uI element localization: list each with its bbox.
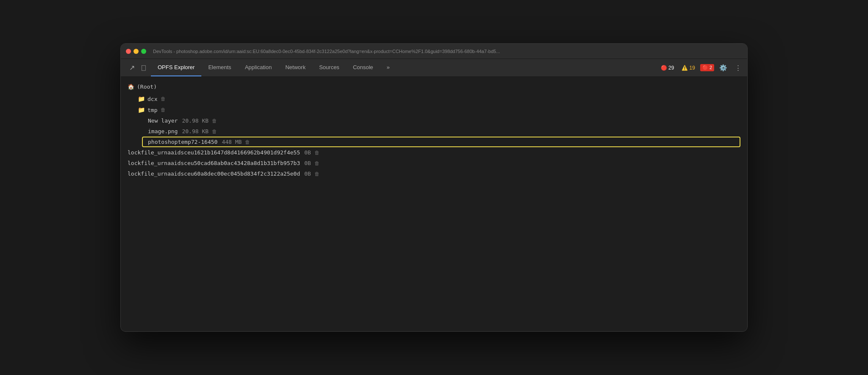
main-content: 🏠 (Root) 📁 dcx 🗑 📁 tmp 🗑 New layer 20.98… (121, 77, 747, 331)
traffic-lights (126, 49, 146, 54)
root-item[interactable]: 🏠 (Root) (121, 80, 747, 93)
folder-dcx[interactable]: 📁 dcx 🗑 (121, 93, 747, 104)
minimize-button[interactable] (134, 49, 139, 54)
trash-icon[interactable]: 🗑 (161, 96, 166, 102)
devtools-window: DevTools - photoshop.adobe.com/id/urn:aa… (120, 43, 748, 332)
error-badge[interactable]: 🔴 29 (658, 64, 676, 72)
tab-console[interactable]: Console (346, 59, 380, 76)
trash-icon[interactable]: 🗑 (245, 139, 250, 145)
red-sq-badge[interactable]: 🔴 2 (700, 64, 714, 71)
trash-icon[interactable]: 🗑 (314, 171, 320, 177)
folder-icon: 📁 (138, 106, 145, 113)
file-lockfile-1[interactable]: lockfile_urnaaidsceu1621b1647d8d4166962b… (121, 147, 747, 158)
trash-icon[interactable]: 🗑 (161, 107, 166, 113)
file-lockfile-3[interactable]: lockfile_urnaaidsceu60a8dec00ec045bd834f… (121, 168, 747, 179)
root-icon: 🏠 (128, 84, 134, 90)
tab-elements[interactable]: Elements (201, 59, 238, 76)
folder-tmp[interactable]: 📁 tmp 🗑 (121, 104, 747, 115)
maximize-button[interactable] (141, 49, 146, 54)
trash-icon[interactable]: 🗑 (212, 118, 217, 124)
tab-opfs-explorer[interactable]: OPFS Explorer (151, 59, 201, 76)
error-icon: 🔴 (661, 65, 667, 71)
tab-sources[interactable]: Sources (312, 59, 346, 76)
tabbar-right: 🔴 29 ⚠️ 19 🔴 2 ⚙️ ⋮ (658, 59, 744, 76)
cursor-tool-button[interactable]: ↗ (128, 62, 136, 73)
trash-icon[interactable]: 🗑 (314, 160, 320, 166)
titlebar: DevTools - photoshop.adobe.com/id/urn:aa… (121, 44, 747, 59)
file-image-png[interactable]: image.png 20.98 KB 🗑 (121, 126, 747, 137)
tab-application[interactable]: Application (238, 59, 279, 76)
more-menu-button[interactable]: ⋮ (732, 62, 744, 73)
red-sq-icon: 🔴 (702, 65, 708, 70)
trash-icon[interactable]: 🗑 (314, 150, 320, 156)
close-button[interactable] (126, 49, 131, 54)
folder-icon: 📁 (138, 95, 145, 102)
file-tree: 🏠 (Root) 📁 dcx 🗑 📁 tmp 🗑 New layer 20.98… (121, 77, 747, 182)
file-photoshoptemp[interactable]: photoshoptemp72-16450 448 MB 🗑 (121, 137, 747, 147)
root-label: (Root) (137, 84, 157, 90)
tab-network[interactable]: Network (278, 59, 312, 76)
warn-badge[interactable]: ⚠️ 19 (679, 64, 697, 72)
tab-more[interactable]: » (380, 59, 396, 76)
tab-tools: ↗ ⎕ (124, 59, 151, 76)
trash-icon[interactable]: 🗑 (212, 129, 217, 134)
device-emulate-button[interactable]: ⎕ (140, 62, 147, 73)
file-new-layer[interactable]: New layer 20.98 KB 🗑 (121, 115, 747, 126)
tabbar: ↗ ⎕ OPFS Explorer Elements Application N… (121, 59, 747, 77)
titlebar-url: DevTools - photoshop.adobe.com/id/urn:aa… (153, 49, 742, 54)
warn-icon: ⚠️ (682, 65, 688, 71)
settings-button[interactable]: ⚙️ (717, 62, 730, 73)
file-lockfile-2[interactable]: lockfile_urnaaidsceu50cad68ab0ac43428a8d… (121, 158, 747, 168)
